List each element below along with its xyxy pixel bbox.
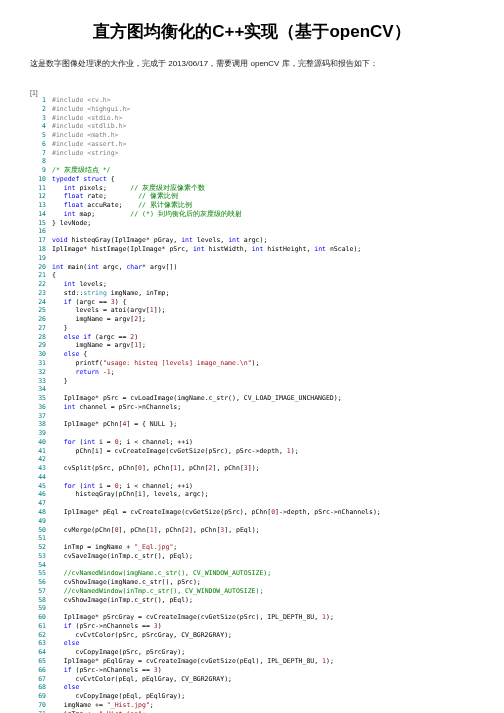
code-line: 25 levels = atoi(argv[1]); bbox=[30, 306, 474, 315]
code-line: 29 imgName = argv[1]; bbox=[30, 341, 474, 350]
code-line: 4#include <stdlib.h> bbox=[30, 122, 474, 131]
code-line: 19 bbox=[30, 254, 474, 263]
code-line: 20int main(int argc, char* argv[]) bbox=[30, 263, 474, 272]
line-code: cvShowImage(imgName.c_str(), pSrc); bbox=[52, 578, 201, 586]
line-number: 32 bbox=[30, 368, 46, 377]
code-line: 36 int channel = pSrc->nChannels; bbox=[30, 403, 474, 412]
code-line: 7#include <string> bbox=[30, 149, 474, 158]
code-line: 64 cvCopyImage(pSrc, pSrcGray); bbox=[30, 648, 474, 657]
line-number: 6 bbox=[30, 140, 46, 149]
line-code: cvMerge(pChn[0], pChn[1], pChn[2], pChn[… bbox=[52, 526, 259, 534]
line-code bbox=[52, 227, 56, 235]
line-code: if (argc == 3) { bbox=[52, 298, 126, 306]
code-line: 58 cvShowImage(inTmp.c_str(), pEql); bbox=[30, 596, 474, 605]
line-code: else bbox=[52, 639, 79, 647]
line-code: levels = atoi(argv[1]); bbox=[52, 306, 166, 314]
line-number: 18 bbox=[30, 245, 46, 254]
code-line: 71 inTmp += "_Hist.jpg"; bbox=[30, 710, 474, 713]
line-number: 59 bbox=[30, 604, 46, 613]
line-number: 62 bbox=[30, 631, 46, 640]
code-line: 14 int map; // (*) 到均衡化后的灰度级的映射 bbox=[30, 210, 474, 219]
code-line: 33 } bbox=[30, 377, 474, 386]
code-line: 39 bbox=[30, 429, 474, 438]
code-line: 66 if (pSrc->nChannels == 3) bbox=[30, 666, 474, 675]
line-code: #include <stdlib.h> bbox=[52, 122, 126, 130]
code-line: 44 bbox=[30, 473, 474, 482]
code-line: 65 IplImage* pEqlGray = cvCreateImage(cv… bbox=[30, 657, 474, 666]
code-line: 31 printf("usage: histeq [levels] image_… bbox=[30, 359, 474, 368]
line-number: 12 bbox=[30, 192, 46, 201]
line-number: 49 bbox=[30, 517, 46, 526]
line-code: IplImage* pEqlGray = cvCreateImage(cvGet… bbox=[52, 657, 334, 665]
line-number: 5 bbox=[30, 131, 46, 140]
line-code: return -1; bbox=[52, 368, 115, 376]
code-line: 61 if (pSrc->nChannels == 3) bbox=[30, 622, 474, 631]
line-code: cvShowImage(inTmp.c_str(), pEql); bbox=[52, 596, 193, 604]
code-line: 34 bbox=[30, 385, 474, 394]
line-code: else { bbox=[52, 350, 87, 358]
code-line: 13 float accuRate; // 累计像素比例 bbox=[30, 201, 474, 210]
line-number: 55 bbox=[30, 569, 46, 578]
code-line: 2#include <highgui.h> bbox=[30, 105, 474, 114]
code-line: 15} levNode; bbox=[30, 219, 474, 228]
code-line: 45 for (int i = 0; i < channel; ++i) bbox=[30, 482, 474, 491]
line-code: void histeqGray(IplImage* pGray, int lev… bbox=[52, 236, 267, 244]
code-line: 30 else { bbox=[30, 350, 474, 359]
code-line: 46 histeqGray(pChn[i], levels, argc); bbox=[30, 490, 474, 499]
code-block: 1#include <cv.h>2#include <highgui.h>3#i… bbox=[30, 96, 474, 713]
code-line: 59 bbox=[30, 604, 474, 613]
code-line: 3#include <stdio.h> bbox=[30, 114, 474, 123]
line-code: imgName = argv[2]; bbox=[52, 315, 146, 323]
line-number: 56 bbox=[30, 578, 46, 587]
code-line: 69 cvCopyImage(pEql, pEqlGray); bbox=[30, 692, 474, 701]
code-line: 27 } bbox=[30, 324, 474, 333]
line-code: int levels; bbox=[52, 280, 107, 288]
line-number: 1 bbox=[30, 96, 46, 105]
line-code bbox=[52, 561, 56, 569]
line-code bbox=[52, 473, 56, 481]
line-code: if (pSrc->nChannels == 3) bbox=[52, 622, 162, 630]
line-code: } bbox=[52, 324, 68, 332]
code-line: 10typedef struct { bbox=[30, 175, 474, 184]
line-code: IplImage* pSrcGray = cvCreateImage(cvGet… bbox=[52, 613, 334, 621]
line-code: cvSaveImage(inTmp.c_str(), pEql); bbox=[52, 552, 193, 560]
line-number: 24 bbox=[30, 298, 46, 307]
code-line: 54 bbox=[30, 561, 474, 570]
line-code: IplImage* pChn[4] = { NULL }; bbox=[52, 420, 177, 428]
line-code: pChn[i] = cvCreateImage(cvGetSize(pSrc),… bbox=[52, 447, 299, 455]
line-number: 9 bbox=[30, 166, 46, 175]
code-line: 68 else bbox=[30, 683, 474, 692]
line-number: 26 bbox=[30, 315, 46, 324]
line-code: #include <string> bbox=[52, 149, 119, 157]
line-number: 23 bbox=[30, 289, 46, 298]
code-line: 16 bbox=[30, 227, 474, 236]
line-number: 58 bbox=[30, 596, 46, 605]
line-number: 68 bbox=[30, 683, 46, 692]
code-line: 43 cvSplit(pSrc, pChn[0], pChn[1], pChn[… bbox=[30, 464, 474, 473]
line-code: #include <cv.h> bbox=[52, 96, 111, 104]
line-code: for (int i = 0; i < channel; ++i) bbox=[52, 482, 193, 490]
line-number: 17 bbox=[30, 236, 46, 245]
line-code bbox=[52, 517, 56, 525]
line-code: IplImage* pEql = cvCreateImage(cvGetSize… bbox=[52, 508, 381, 516]
line-number: 43 bbox=[30, 464, 46, 473]
code-line: 11 int pixels; // 灰度级对应像素个数 bbox=[30, 184, 474, 193]
code-line: 32 return -1; bbox=[30, 368, 474, 377]
code-line: 41 pChn[i] = cvCreateImage(cvGetSize(pSr… bbox=[30, 447, 474, 456]
code-line: 53 cvSaveImage(inTmp.c_str(), pEql); bbox=[30, 552, 474, 561]
code-line: 52 inTmp = imgName + "_Eql.jpg"; bbox=[30, 543, 474, 552]
line-code: cvSplit(pSrc, pChn[0], pChn[1], pChn[2],… bbox=[52, 464, 259, 472]
code-line: 49 bbox=[30, 517, 474, 526]
code-line: 50 cvMerge(pChn[0], pChn[1], pChn[2], pC… bbox=[30, 526, 474, 535]
line-number: 28 bbox=[30, 333, 46, 342]
line-number: 60 bbox=[30, 613, 46, 622]
line-number: 31 bbox=[30, 359, 46, 368]
line-code: #include <math.h> bbox=[52, 131, 119, 139]
code-line: 9/* 灰度级结点 */ bbox=[30, 166, 474, 175]
line-number: 7 bbox=[30, 149, 46, 158]
line-number: 13 bbox=[30, 201, 46, 210]
line-number: 50 bbox=[30, 526, 46, 535]
code-line: 48 IplImage* pEql = cvCreateImage(cvGetS… bbox=[30, 508, 474, 517]
line-number: 41 bbox=[30, 447, 46, 456]
line-number: 30 bbox=[30, 350, 46, 359]
